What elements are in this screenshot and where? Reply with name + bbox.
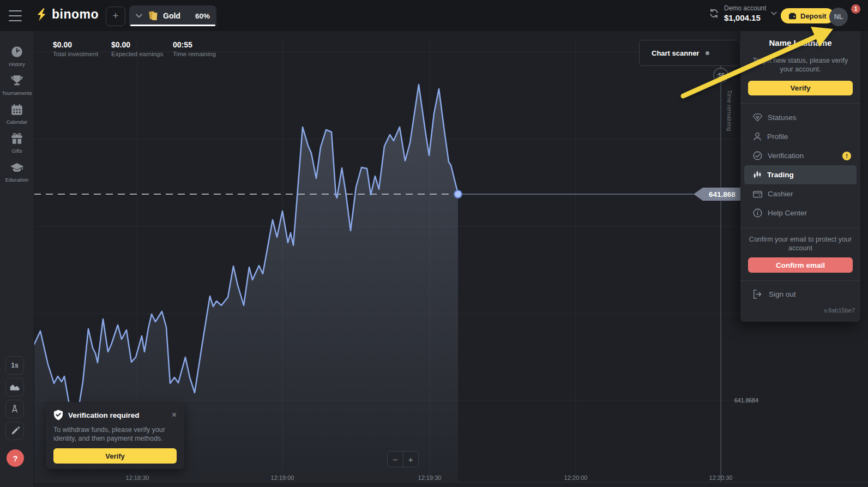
- menu-item-verification[interactable]: Verification !: [744, 146, 857, 165]
- zoom-out-button[interactable]: −: [388, 452, 403, 467]
- total-investment-label: Total investment: [53, 51, 98, 57]
- asset-tab-gold[interactable]: Gold 60%: [129, 5, 216, 26]
- menu-item-label: Profile: [767, 133, 788, 141]
- gift-icon: [10, 131, 24, 146]
- status-note: To get new status, please verify your ac…: [750, 56, 851, 74]
- check-circle-icon: [753, 151, 762, 160]
- expected-earnings-label: Expected earnings: [111, 51, 163, 57]
- user-icon: [753, 132, 762, 141]
- zoom-in-button[interactable]: +: [403, 452, 419, 467]
- price-tag-value: 641.868: [709, 190, 736, 199]
- graduation-cap-icon: [9, 160, 25, 175]
- verification-required-popup: Verification required × To withdraw fund…: [46, 402, 184, 469]
- brand-name: binomo: [52, 7, 99, 22]
- menu-item-profile[interactable]: Profile: [744, 127, 857, 146]
- clock-icon: [10, 45, 24, 59]
- notification-badge: 1: [851, 4, 860, 14]
- expected-earnings-value: $0.00: [111, 40, 163, 49]
- active-tab-underline: [130, 25, 215, 26]
- top-bar: binomo + Gold 60% Demo account $1,004.15…: [0, 0, 868, 31]
- chart-zoom-controls: − +: [387, 451, 419, 467]
- menu-item-label: Cashier: [768, 190, 793, 198]
- sidebar-item-history[interactable]: History: [0, 45, 34, 67]
- sidebar-item-gifts[interactable]: Gifts: [0, 131, 34, 154]
- pencil-icon: [10, 426, 20, 436]
- popup-body-text: To withdraw funds, please verify your id…: [53, 425, 169, 443]
- time-axis-label: 12:19:00: [271, 474, 294, 481]
- menu-item-label: Verification: [768, 152, 804, 160]
- gold-bars-icon: [148, 10, 159, 22]
- candles-icon: [753, 170, 762, 179]
- menu-item-label: Statuses: [768, 113, 797, 122]
- binomo-logo: binomo: [36, 7, 99, 22]
- sign-out-button[interactable]: Sign out: [744, 284, 857, 304]
- sign-out-label: Sign out: [769, 290, 796, 298]
- sign-out-icon: [753, 290, 762, 299]
- menu-verify-button[interactable]: Verify: [748, 81, 853, 95]
- time-remaining-axis-label: Time remaining: [726, 90, 733, 131]
- total-investment-value: $0.00: [53, 40, 98, 49]
- trophy-icon: [10, 74, 24, 88]
- sidebar-item-label: Tournaments: [2, 90, 32, 96]
- hamburger-menu-icon[interactable]: [9, 10, 22, 21]
- chevron-down-icon: [771, 11, 777, 15]
- menu-item-trading[interactable]: Trading: [744, 165, 857, 184]
- sidebar-item-label: Calendar: [7, 119, 28, 125]
- chevron-down-icon: [136, 14, 142, 18]
- asset-payout: 60%: [195, 12, 210, 20]
- menu-item-label: Trading: [767, 171, 794, 179]
- popup-verify-button[interactable]: Verify: [53, 448, 177, 464]
- chart-type-button[interactable]: [5, 378, 24, 396]
- time-remaining-value: 00:55: [173, 40, 216, 49]
- compass-icon: [10, 404, 20, 414]
- price-axis-label: 641.8684: [734, 397, 758, 404]
- timeframe-button[interactable]: 1s: [5, 356, 24, 375]
- binomo-trading-page: { "topbar": { "brand": "binomo", "plus_l…: [0, 0, 868, 487]
- sidebar-item-calendar[interactable]: Calendar: [0, 103, 34, 125]
- bolt-icon: [36, 8, 48, 22]
- menu-item-statuses[interactable]: Statuses: [744, 108, 857, 127]
- deposit-label: Deposit: [800, 12, 827, 20]
- calendar-icon: [10, 103, 24, 117]
- confirm-email-button[interactable]: Confirm email: [748, 257, 853, 273]
- time-axis-label: 12:18:30: [126, 474, 149, 481]
- deposit-button[interactable]: Deposit: [781, 8, 834, 23]
- menu-item-label: Help Center: [768, 209, 807, 217]
- user-name: Name Lastname: [740, 38, 860, 47]
- menu-item-cashier[interactable]: Cashier: [744, 184, 857, 203]
- shield-check-icon: [53, 410, 63, 420]
- time-remaining-label: Time remaining: [173, 51, 216, 57]
- avatar[interactable]: NL: [829, 8, 848, 26]
- chart-scanner-panel[interactable]: Chart scanner: [639, 40, 740, 66]
- help-button[interactable]: ?: [7, 449, 24, 467]
- area-chart-icon: [9, 383, 20, 392]
- menu-item-help-center[interactable]: Help Center: [744, 203, 857, 223]
- add-asset-button[interactable]: +: [106, 7, 125, 26]
- wallet-icon: [753, 190, 762, 198]
- drawing-tools-button[interactable]: [5, 422, 24, 440]
- time-axis-label: 12:20:30: [709, 474, 733, 481]
- menu-divider: [740, 280, 860, 281]
- sidebar-item-education[interactable]: Education: [0, 160, 34, 183]
- total-investment-stat: $0.00 Total investment: [53, 40, 98, 57]
- chart-scanner-label: Chart scanner: [652, 49, 699, 57]
- sidebar-item-label: Education: [5, 177, 28, 183]
- time-axis-label: 12:20:00: [564, 474, 588, 481]
- sidebar-item-tournaments[interactable]: Tournaments: [0, 74, 34, 96]
- asset-name: Gold: [163, 11, 180, 20]
- menu-divider: [740, 103, 860, 104]
- sidebar-item-label: Gifts: [11, 148, 22, 154]
- countdown-badge-value: :55: [716, 72, 725, 79]
- countdown-badge-circle: [714, 68, 728, 82]
- indicators-button[interactable]: [5, 400, 24, 418]
- sidebar-item-label: History: [9, 61, 25, 67]
- left-sidebar: History Tournaments Calendar Gifts Educa…: [0, 31, 34, 487]
- refresh-icon: [709, 8, 719, 19]
- account-type-label: Demo account: [724, 4, 766, 12]
- chart-scanner-status-dot: [706, 51, 709, 55]
- close-icon[interactable]: ×: [172, 411, 177, 419]
- account-switcher[interactable]: Demo account $1,004.15: [709, 4, 777, 22]
- diamond-icon: [753, 113, 762, 122]
- expected-earnings-stat: $0.00 Expected earnings: [111, 40, 163, 57]
- info-icon: [753, 208, 762, 218]
